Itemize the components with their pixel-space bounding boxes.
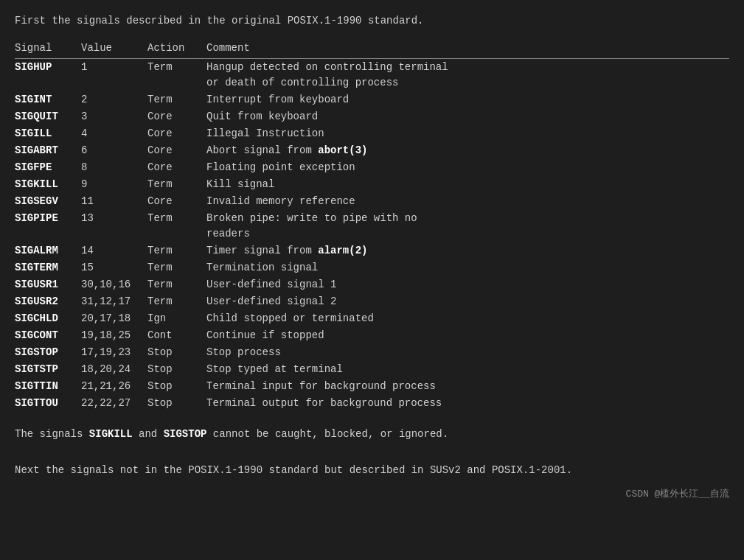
signal-comment: User-defined signal 2 (206, 293, 729, 310)
signal-value: 4 (81, 125, 147, 142)
signal-action: Stop (147, 361, 206, 378)
signal-name: SIGPIPE (15, 212, 58, 224)
signal-comment: Floating point exception (206, 159, 729, 176)
signal-value: 20,17,18 (81, 310, 147, 327)
signal-value: 21,21,26 (81, 378, 147, 395)
table-row: SIGTERM15TermTermination signal (15, 259, 729, 276)
signal-name: SIGSTOP (15, 346, 58, 358)
signal-value: 9 (81, 176, 147, 193)
signal-name: SIGKILL (15, 178, 58, 190)
table-row: SIGSEGV11CoreInvalid memory reference (15, 193, 729, 210)
signal-name: SIGTERM (15, 262, 58, 273)
signal-name: SIGFPE (15, 161, 52, 173)
table-row: SIGTTOU22,22,27StopTerminal output for b… (15, 395, 729, 412)
signal-value: 8 (81, 159, 147, 176)
table-row: SIGTTIN21,21,26StopTerminal input for ba… (15, 378, 729, 395)
signal-action: Term (147, 242, 206, 259)
signal-action: Ign (147, 310, 206, 327)
signal-action: Core (147, 193, 206, 210)
signal-action: Term (147, 91, 206, 108)
footer-paragraph-1: The signals SIGKILL and SIGSTOP cannot b… (15, 425, 729, 444)
signal-comment: Kill signal (206, 176, 729, 193)
signal-action: Term (147, 293, 206, 310)
col-comment: Comment (206, 42, 729, 57)
table-row: SIGKILL9TermKill signal (15, 176, 729, 193)
signal-value: 11 (81, 193, 147, 210)
signal-action: Term (147, 276, 206, 293)
table-header-row: Signal Value Action Comment (15, 42, 729, 57)
signal-name: SIGUSR1 (15, 279, 58, 290)
signal-comment: Termination signal (206, 259, 729, 276)
signal-action: Term (147, 176, 206, 193)
signal-name: SIGSEGV (15, 195, 58, 207)
signal-comment: Hangup detected on controlling terminalo… (206, 58, 729, 91)
table-row: SIGQUIT3CoreQuit from keyboard (15, 108, 729, 125)
table-row: SIGHUP1TermHangup detected on controllin… (15, 58, 729, 91)
signal-comment: Continue if stopped (206, 327, 729, 344)
col-signal: Signal (15, 42, 81, 57)
signal-action: Term (147, 259, 206, 276)
signal-comment: Stop process (206, 344, 729, 361)
signal-comment: Illegal Instruction (206, 125, 729, 142)
signal-value: 13 (81, 210, 147, 242)
signal-value: 22,22,27 (81, 395, 147, 412)
signal-name: SIGALRM (15, 245, 58, 256)
signal-name: SIGCONT (15, 329, 58, 341)
signal-comment: Quit from keyboard (206, 108, 729, 125)
signal-comment: Timer signal from alarm(2) (206, 242, 729, 259)
signal-name: SIGHUP (15, 61, 52, 73)
table-row: SIGUSR130,10,16TermUser-defined signal 1 (15, 276, 729, 293)
signal-comment: Terminal output for background process (206, 395, 729, 412)
col-value: Value (81, 42, 147, 57)
table-row: SIGTSTP18,20,24StopStop typed at termina… (15, 361, 729, 378)
signal-name: SIGABRT (15, 144, 58, 156)
signal-name: SIGTTOU (15, 397, 58, 409)
signal-action: Core (147, 125, 206, 142)
table-row: SIGCHLD20,17,18IgnChild stopped or termi… (15, 310, 729, 327)
signal-action: Cont (147, 327, 206, 344)
intro-paragraph: First the signals described in the origi… (15, 13, 729, 29)
signal-name: SIGTTIN (15, 380, 58, 392)
signal-name: SIGINT (15, 94, 52, 105)
signal-value: 6 (81, 142, 147, 159)
table-row: SIGUSR231,12,17TermUser-defined signal 2 (15, 293, 729, 310)
signal-value: 15 (81, 259, 147, 276)
signal-value: 31,12,17 (81, 293, 147, 310)
signal-comment: Stop typed at terminal (206, 361, 729, 378)
table-row: SIGSTOP17,19,23StopStop process (15, 344, 729, 361)
signal-action: Core (147, 159, 206, 176)
signal-action: Stop (147, 378, 206, 395)
col-action: Action (147, 42, 206, 57)
signal-comment: Interrupt from keyboard (206, 91, 729, 108)
table-row: SIGALRM14TermTimer signal from alarm(2) (15, 242, 729, 259)
footer-paragraph-2: Next the signals not in the POSIX.1-1990… (15, 461, 729, 480)
signal-value: 18,20,24 (81, 361, 147, 378)
signal-comment: Child stopped or terminated (206, 310, 729, 327)
signal-value: 1 (81, 58, 147, 91)
table-row: SIGFPE8CoreFloating point exception (15, 159, 729, 176)
signal-comment: Broken pipe: write to pipe with noreader… (206, 210, 729, 242)
signal-name: SIGQUIT (15, 111, 58, 122)
signal-comment: User-defined signal 1 (206, 276, 729, 293)
signal-comment: Terminal input for background process (206, 378, 729, 395)
signal-action: Core (147, 142, 206, 159)
signal-action: Core (147, 108, 206, 125)
table-row: SIGCONT19,18,25ContContinue if stopped (15, 327, 729, 344)
signal-name: SIGCHLD (15, 312, 58, 324)
signal-action: Stop (147, 395, 206, 412)
watermark: CSDN @槛外长江__自流 (15, 487, 729, 500)
signal-action: Term (147, 58, 206, 91)
signal-name: SIGTSTP (15, 363, 58, 375)
signal-comment: Abort signal from abort(3) (206, 142, 729, 159)
table-row: SIGPIPE13TermBroken pipe: write to pipe … (15, 210, 729, 242)
table-row: SIGILL4CoreIllegal Instruction (15, 125, 729, 142)
signal-value: 2 (81, 91, 147, 108)
signal-value: 3 (81, 108, 147, 125)
signal-action: Stop (147, 344, 206, 361)
signal-value: 30,10,16 (81, 276, 147, 293)
signal-value: 19,18,25 (81, 327, 147, 344)
signal-comment: Invalid memory reference (206, 193, 729, 210)
signal-value: 17,19,23 (81, 344, 147, 361)
signal-value: 14 (81, 242, 147, 259)
signal-name: SIGILL (15, 127, 52, 139)
